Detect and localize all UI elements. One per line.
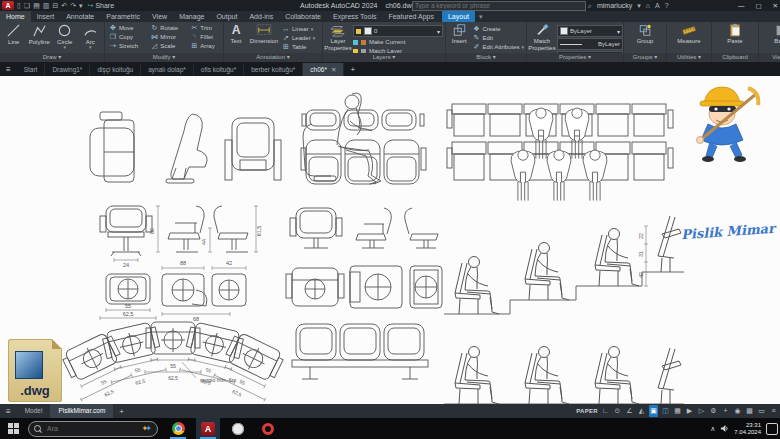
ribbon-tab-annotate[interactable]: Annotate <box>60 11 100 22</box>
insert-button[interactable]: Insert <box>448 23 470 45</box>
file-tab-ofis-koltugu[interactable]: ofis koltuğu* <box>194 63 244 76</box>
file-tab-drawing1[interactable]: Drawing1* <box>45 63 90 76</box>
ribbon-tab-collaborate[interactable]: Collaborate <box>279 11 327 22</box>
scale-button[interactable]: ◿Scale <box>150 42 186 50</box>
trim-button[interactable]: ✂Trim <box>190 24 223 32</box>
panel-label-block[interactable]: Block ▾ <box>446 53 526 62</box>
selection-cycling-icon[interactable]: ▦ <box>673 405 682 417</box>
copy-button[interactable]: ❐Copy <box>109 33 146 41</box>
new-icon[interactable]: ▯ <box>17 1 21 10</box>
ribbon-tab-home[interactable]: Home <box>0 11 31 22</box>
plot-icon[interactable]: ⊟ <box>52 1 58 10</box>
measure-button[interactable]: Measure <box>676 23 702 45</box>
make-current-button[interactable]: Make Current <box>353 38 441 46</box>
ribbon-tab-output[interactable]: Output <box>210 11 243 22</box>
drawing-bench-row-front[interactable] <box>292 324 428 379</box>
notification-center-icon[interactable] <box>766 423 778 435</box>
circle-button[interactable]: Circle ▾ <box>53 23 77 49</box>
stretch-button[interactable]: ⇢Stretch <box>109 42 146 50</box>
drawing-flat-seating-side[interactable] <box>444 347 684 405</box>
drawing-seat-views-center[interactable] <box>286 208 442 308</box>
array-button[interactable]: ⊞Array <box>190 42 223 50</box>
mirror-button[interactable]: ⋈Mirror <box>150 33 186 41</box>
drawing-audience-rows-plan[interactable] <box>447 104 673 200</box>
file-tab-ch06[interactable]: ch06*✕ <box>303 63 344 76</box>
linear-button[interactable]: ↔Linear ▾ <box>282 25 315 33</box>
edit-attributes-button[interactable]: ✐Edit Attributes ▾ <box>472 43 524 51</box>
file-tab-start[interactable]: Start <box>17 63 46 76</box>
qat-dropdown-icon[interactable]: ▾ <box>79 1 83 10</box>
drawing-tiered-seating-side[interactable] <box>444 216 684 314</box>
autodesk-a-icon[interactable]: A <box>655 2 660 9</box>
space-toggle-icon[interactable]: ▣ <box>649 405 658 417</box>
base-button[interactable]: Base <box>768 23 780 45</box>
clean-screen-icon[interactable]: ▭ <box>757 405 766 417</box>
undo-icon[interactable]: ↶ <box>61 1 67 10</box>
lineweight-dropdown[interactable]: ByLayer <box>557 38 623 50</box>
signed-in-user[interactable]: mimarlucky <box>597 2 632 9</box>
new-layout-button[interactable]: + <box>113 405 130 418</box>
file-tab-aynali-dolap[interactable]: aynalı dolap* <box>141 63 194 76</box>
drawing-curved-row-plan[interactable]: 5562,5 5562,5 5562,5 5562,5 5562,5 raggi… <box>59 321 286 404</box>
customization-menu-icon[interactable]: ≡ <box>769 405 778 417</box>
save-icon[interactable]: ▤ <box>33 1 40 10</box>
create-block-button[interactable]: ❖Create <box>472 25 524 33</box>
panel-label-layers[interactable]: Layers ▾ <box>323 53 445 62</box>
cursor-badge-icon[interactable]: ▶ <box>685 405 694 417</box>
taskbar-opera[interactable] <box>256 418 280 439</box>
rotate-button[interactable]: ↻Rotate <box>150 24 186 32</box>
panel-label-draw[interactable]: Draw ▾ <box>0 53 104 62</box>
tray-expand-icon[interactable]: ∧ <box>710 425 715 433</box>
start-button[interactable] <box>0 418 26 439</box>
close-tab-icon[interactable]: ✕ <box>331 66 336 73</box>
layer-properties-button[interactable]: Layer Properties <box>325 23 351 51</box>
file-tab-disci-koltugu[interactable]: dişçi koltuğu <box>90 63 141 76</box>
cursor-badge2-icon[interactable]: ▷ <box>697 405 706 417</box>
windows-search-box[interactable]: ✦✦ <box>28 421 158 437</box>
ribbon-tab-addins[interactable]: Add-ins <box>243 11 279 22</box>
ribbon-tab-featured-apps[interactable]: Featured Apps <box>382 11 440 22</box>
windows-search-input[interactable] <box>45 424 138 433</box>
ribbon-tab-insert[interactable]: Insert <box>31 11 61 22</box>
layer-dropdown[interactable]: 0 ▾ <box>353 25 443 37</box>
object-color-dropdown[interactable]: ByLayer ▾ <box>557 25 623 37</box>
drawing-dimensioned-seat[interactable] <box>100 206 248 306</box>
taskbar-clock[interactable]: 23:31 7.04.2024 <box>734 422 761 436</box>
paste-button[interactable]: Paste <box>722 23 748 45</box>
ribbon-tab-parametric[interactable]: Parametric <box>100 11 146 22</box>
isodraft-icon[interactable]: ◭ <box>637 405 646 417</box>
drawing-seat-views[interactable] <box>90 93 381 184</box>
close-button[interactable]: ✕ <box>773 0 778 11</box>
dimension-button[interactable]: Dimension <box>248 23 280 45</box>
restore-button[interactable]: ▢ <box>755 0 761 11</box>
arc-dropdown-icon[interactable]: ▾ <box>89 45 92 49</box>
new-drawing-tab-button[interactable]: + <box>344 63 361 76</box>
panel-label-properties[interactable]: Properties ▾ <box>527 53 623 62</box>
panel-label-clipboard[interactable]: Clipboard <box>712 53 758 62</box>
leader-button[interactable]: ↗Leader ▾ <box>282 34 315 42</box>
move-button[interactable]: ✥Move <box>109 24 146 32</box>
open-icon[interactable]: ❏ <box>24 1 30 10</box>
user-dropdown-icon[interactable]: ▾ <box>637 2 641 10</box>
gear-icon[interactable]: ⚙ <box>709 405 718 417</box>
speaker-icon[interactable] <box>720 424 729 433</box>
paper-space-label[interactable]: PAPER <box>576 408 598 414</box>
taskbar-chrome[interactable] <box>166 418 190 439</box>
redo-icon[interactable]: ↷ <box>70 1 76 10</box>
units-icon[interactable]: ▩ <box>745 405 754 417</box>
ribbon-tab-view[interactable]: View <box>146 11 173 22</box>
file-tabs-menu-icon[interactable]: ≡ <box>0 63 17 76</box>
polar-tracking-icon[interactable]: ∠ <box>625 405 634 417</box>
share-button[interactable]: ↪ Share <box>88 2 115 10</box>
fillet-button[interactable]: ◝Fillet <box>190 33 223 41</box>
panel-label-view[interactable]: View ▾ <box>759 53 780 62</box>
drawing-canvas[interactable]: 24 80 61,5 44 55 62,5 88 42 68 <box>0 76 780 404</box>
help-search-input[interactable] <box>413 2 585 9</box>
text-button[interactable]: A Text <box>226 23 246 45</box>
panel-label-utilities[interactable]: Utilities ▾ <box>667 53 711 62</box>
search-icon[interactable]: ⌕ <box>588 2 592 10</box>
annotation-monitor-icon[interactable]: ◉ <box>733 405 742 417</box>
drawing-seat-row-plan[interactable] <box>301 110 426 184</box>
ribbon-tab-manage[interactable]: Manage <box>173 11 210 22</box>
tab-model[interactable]: Model <box>17 404 51 418</box>
